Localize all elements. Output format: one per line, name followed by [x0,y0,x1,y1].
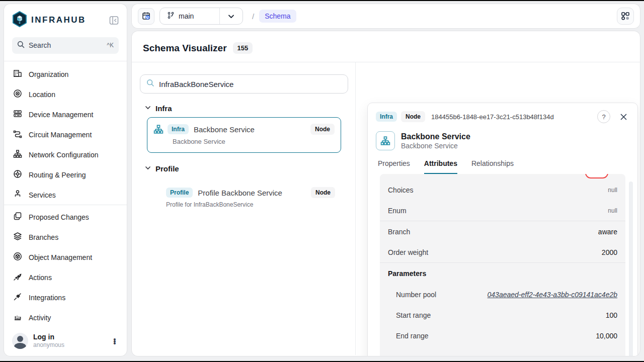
attr-row-order-weight: Order weight 2000 [388,242,617,262]
tab-properties[interactable]: Properties [378,159,410,174]
attr-row-end-range: End range 10,000 [388,325,617,346]
attr-row-start-range: Start range 100 [388,305,617,325]
sidebar-item-network-configuration[interactable]: Network Configuration [8,145,123,165]
branch-name: main [179,12,194,20]
clipped-false-pill [585,174,608,178]
rocket-icon [13,272,22,283]
sidebar-item-circuit-management[interactable]: Circuit Management [8,125,123,145]
sidebar-item-routing-peering[interactable]: Routing & Peering [8,165,123,185]
group-label: Profile [155,164,179,173]
panel-title-row: Backbone Service Backbone Service [376,131,629,150]
calendar-clock-icon[interactable] [138,8,154,25]
chevron-down-icon [145,164,151,173]
hierarchy-icon [153,124,164,134]
result-subtitle: Profile for InfraBackBoneService [166,201,335,208]
main-card: Schema Visualizer 155 [132,31,640,356]
panel-scrollbar[interactable] [629,182,633,356]
cube-icon [13,252,22,262]
column-divider [355,62,356,355]
namespace-badge: Profile [166,188,193,198]
sidebar-item-actions[interactable]: Actions [8,267,123,288]
attr-row-number-pool: Number pool 043aeaed-eff2-4e43-a3bb-c091… [388,284,617,305]
sidebar-collapse-icon[interactable] [108,14,120,26]
attr-label: End range [396,332,596,340]
sidebar-search-placeholder: Search [29,41,103,49]
chevron-down-icon[interactable] [219,8,243,24]
attr-row-choices: Choices null [388,179,617,200]
sidebar-item-label: Organization [29,70,68,78]
attr-section-parameters: Parameters [388,263,617,284]
sidebar-item-services[interactable]: Services [8,185,123,198]
logo-row: INFRAHUB [4,4,127,29]
sidebar-item-label: Actions [29,274,52,282]
number-pool-link[interactable]: 043aeaed-eff2-4e43-a3bb-c09141ac4e2b [488,291,617,299]
schema-count-badge: 155 [233,42,253,54]
sidebar-item-label: Branches [29,233,58,241]
globe-routing-icon [13,169,22,180]
sidebar-search[interactable]: Search ^K [12,37,119,54]
sidebar-item-label: Proposed Changes [29,213,89,221]
attr-value: null [608,187,617,194]
sidebar-item-proposed-changes[interactable]: Proposed Changes [8,207,123,227]
git-branch-icon [167,12,175,21]
circuit-route-icon [13,129,22,140]
user-menu-kebab-icon[interactable]: ••• [110,338,120,344]
help-button[interactable]: ? [597,110,610,123]
sidebar-item-activity[interactable]: Activity [8,308,123,328]
result-backbone-service[interactable]: Infra Backbone Service Node Backbone Ser… [147,117,341,153]
attr-label: Order weight [388,248,602,256]
result-profile-backbone-service[interactable]: Profile Profile Backbone Service Node Pr… [147,181,341,214]
breadcrumb-schema[interactable]: Schema [259,10,296,23]
topbar: main / Schema [132,4,640,28]
login-label[interactable]: Log in [33,333,105,342]
sidebar-item-label: Object Management [29,253,92,261]
attr-row-branch: Branch aware [388,221,617,242]
tab-attributes[interactable]: Attributes [424,159,457,174]
location-target-icon [13,89,22,100]
attr-value: 2000 [602,248,617,256]
attr-row-enum: Enum null [388,200,617,221]
branch-selector[interactable]: main [159,8,243,25]
panel-tabs: Properties Attributes Relationships [376,159,629,174]
infrahub-logo-icon [12,11,27,29]
group-profile[interactable]: Profile [145,164,348,173]
sidebar-nav-secondary: Proposed Changes Branches Object Managem… [4,205,127,328]
sidebar-item-label: Location [29,90,55,99]
result-title: Backbone Service [194,125,307,134]
schema-search-input[interactable] [159,80,342,88]
sidebar-item-device-management[interactable]: Device Management [8,105,123,125]
sidebar: INFRAHUB Search ^K Organization [4,4,127,356]
app-root: INFRAHUB Search ^K Organization [0,1,644,361]
schema-graph-icon[interactable] [617,8,634,25]
sidebar-item-label: Routing & Peering [29,171,86,179]
server-icon [13,109,22,120]
sidebar-nav-primary: Organization Location Device Management … [4,61,127,198]
attr-value: null [608,207,617,214]
attr-label: Start range [396,311,606,319]
sidebar-item-integrations[interactable]: Integrations [8,288,123,308]
breadcrumb-separator: / [252,12,254,21]
building-icon [13,69,22,79]
sidebar-item-location[interactable]: Location [8,84,123,105]
attr-label: Choices [388,186,608,194]
search-shortcut: ^K [107,42,114,49]
search-icon [17,41,25,50]
user-row[interactable]: Log in anonymous ••• [4,328,127,356]
group-infra[interactable]: Infra [145,104,348,113]
node-kind-badge: Node [311,187,335,198]
namespace-badge: Infra [376,112,397,122]
attr-value: 10,000 [596,332,617,340]
tab-relationships[interactable]: Relationships [471,159,514,174]
close-icon[interactable] [617,111,629,123]
result-title: Profile Backbone Service [198,189,308,197]
service-node-icon [13,190,22,197]
attr-value: aware [598,228,617,236]
node-kind-badge: Node [401,111,425,122]
sidebar-item-organization[interactable]: Organization [8,64,123,84]
sidebar-item-object-management[interactable]: Object Management [8,247,123,267]
sidebar-item-label: Device Management [29,111,93,119]
sidebar-item-branches[interactable]: Branches [8,227,123,247]
sidebar-item-label: Services [29,191,56,198]
detail-panel: Infra Node 184455b6-1848-ee17-3c21-c513b… [367,103,638,356]
plug-icon [13,292,22,303]
